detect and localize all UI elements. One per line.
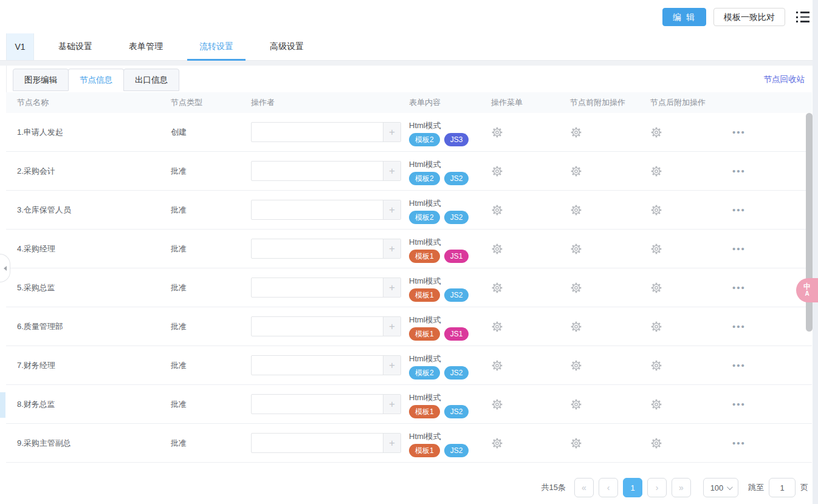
add-operator-button[interactable]: +: [383, 200, 400, 219]
operator-input[interactable]: [252, 123, 383, 141]
form-badge[interactable]: 模板1: [409, 250, 440, 263]
form-badge[interactable]: JS2: [444, 444, 469, 457]
main-tab[interactable]: 流转设置: [187, 33, 246, 60]
gear-icon[interactable]: [650, 126, 662, 138]
gear-icon[interactable]: [570, 204, 582, 216]
more-actions-icon[interactable]: •••: [732, 285, 746, 291]
gear-icon[interactable]: [570, 359, 582, 372]
table-row: 4.采购经理批准+Html模式模板1JS1•••: [6, 230, 812, 268]
more-actions-icon[interactable]: •••: [732, 324, 746, 330]
operator-input[interactable]: [252, 317, 383, 336]
more-actions-icon[interactable]: •••: [732, 363, 746, 369]
operator-input[interactable]: [252, 434, 383, 452]
form-content-cell: Html模式模板1JS2: [403, 268, 483, 307]
last-page-button[interactable]: »: [672, 478, 691, 497]
add-operator-button[interactable]: +: [383, 162, 400, 180]
template-compare-button[interactable]: 模板一致比对: [713, 8, 785, 26]
gear-icon[interactable]: [570, 165, 582, 177]
gear-icon[interactable]: [491, 359, 503, 372]
more-actions-icon[interactable]: •••: [732, 129, 746, 135]
next-page-button[interactable]: ›: [647, 478, 667, 497]
chevron-down-icon: [727, 484, 733, 490]
node-recycle-bin-link[interactable]: 节点回收站: [764, 74, 805, 85]
more-actions-icon[interactable]: •••: [732, 207, 746, 213]
gear-icon[interactable]: [650, 437, 662, 449]
gear-icon[interactable]: [491, 398, 503, 410]
add-operator-button[interactable]: +: [383, 317, 400, 336]
gear-icon[interactable]: [650, 204, 662, 216]
edit-button[interactable]: 编 辑: [662, 8, 706, 26]
operator-input[interactable]: [252, 356, 383, 375]
pre-action-settings-cell: [562, 152, 644, 190]
gear-icon[interactable]: [650, 359, 662, 372]
form-badge[interactable]: 模板1: [409, 288, 440, 302]
scrollbar-track[interactable]: [813, 0, 818, 504]
gear-icon[interactable]: [491, 126, 503, 138]
operator-input[interactable]: [252, 162, 383, 180]
form-badge[interactable]: 模板2: [409, 366, 440, 380]
sub-tab[interactable]: 图形编辑: [13, 69, 69, 91]
form-badge[interactable]: JS2: [444, 288, 469, 302]
sub-tab[interactable]: 节点信息: [68, 69, 124, 91]
gear-icon[interactable]: [570, 243, 582, 255]
gear-icon[interactable]: [491, 243, 503, 255]
gear-icon[interactable]: [570, 437, 582, 449]
translate-floating-button[interactable]: 中A: [796, 278, 818, 302]
gear-icon[interactable]: [491, 321, 503, 333]
more-actions-icon[interactable]: •••: [732, 246, 746, 252]
form-badge[interactable]: JS2: [444, 172, 469, 185]
operator-input[interactable]: [252, 200, 383, 219]
form-badge[interactable]: JS3: [444, 133, 469, 146]
page-size-select[interactable]: 100: [703, 478, 738, 497]
prev-page-button[interactable]: ‹: [599, 478, 618, 497]
more-actions-icon[interactable]: •••: [732, 401, 746, 407]
add-operator-button[interactable]: +: [383, 395, 400, 414]
first-page-button[interactable]: «: [574, 478, 594, 497]
operator-input[interactable]: [252, 395, 383, 414]
jump-page-input[interactable]: [769, 478, 796, 497]
form-badge[interactable]: 模板2: [409, 133, 440, 146]
form-badge[interactable]: 模板1: [409, 327, 440, 341]
form-badge[interactable]: JS2: [444, 405, 469, 418]
add-operator-button[interactable]: +: [383, 239, 400, 258]
gear-icon[interactable]: [570, 126, 582, 138]
more-actions-icon[interactable]: •••: [732, 168, 746, 174]
gear-icon[interactable]: [650, 165, 662, 177]
operator-input[interactable]: [252, 278, 383, 297]
gear-icon[interactable]: [491, 165, 503, 177]
gear-icon[interactable]: [570, 282, 582, 294]
gear-icon[interactable]: [570, 321, 582, 333]
gear-icon[interactable]: [570, 398, 582, 410]
version-badge[interactable]: V1: [6, 33, 34, 60]
main-tab[interactable]: 表单管理: [117, 33, 175, 60]
sub-tab[interactable]: 出口信息: [123, 69, 179, 91]
list-menu-icon[interactable]: [796, 12, 809, 22]
gear-icon[interactable]: [491, 204, 503, 216]
form-badge[interactable]: 模板1: [409, 444, 440, 457]
form-badge[interactable]: JS2: [444, 211, 469, 224]
gear-icon[interactable]: [491, 437, 503, 449]
page-number-button[interactable]: 1: [623, 478, 642, 497]
left-edge-widget[interactable]: [0, 392, 5, 418]
gear-icon[interactable]: [650, 243, 662, 255]
add-operator-button[interactable]: +: [383, 356, 400, 375]
main-tab[interactable]: 基础设置: [46, 33, 105, 60]
gear-icon[interactable]: [650, 398, 662, 410]
add-operator-button[interactable]: +: [383, 278, 400, 297]
gear-icon[interactable]: [650, 282, 662, 294]
form-badge[interactable]: JS1: [444, 327, 469, 341]
add-operator-button[interactable]: +: [383, 434, 400, 452]
form-badge[interactable]: 模板2: [409, 172, 440, 185]
pre-action-settings-cell: [562, 230, 644, 268]
add-operator-button[interactable]: +: [383, 123, 400, 141]
operator-input[interactable]: [252, 239, 383, 258]
gear-icon[interactable]: [491, 282, 503, 294]
form-badge[interactable]: 模板1: [409, 405, 440, 418]
form-mode-label: Html模式: [409, 353, 441, 364]
main-tab[interactable]: 高级设置: [258, 33, 316, 60]
form-badge[interactable]: 模板2: [409, 211, 440, 224]
more-actions-icon[interactable]: •••: [732, 440, 746, 446]
form-badge[interactable]: JS1: [444, 250, 469, 263]
gear-icon[interactable]: [650, 321, 662, 333]
form-badge[interactable]: JS2: [444, 366, 469, 380]
